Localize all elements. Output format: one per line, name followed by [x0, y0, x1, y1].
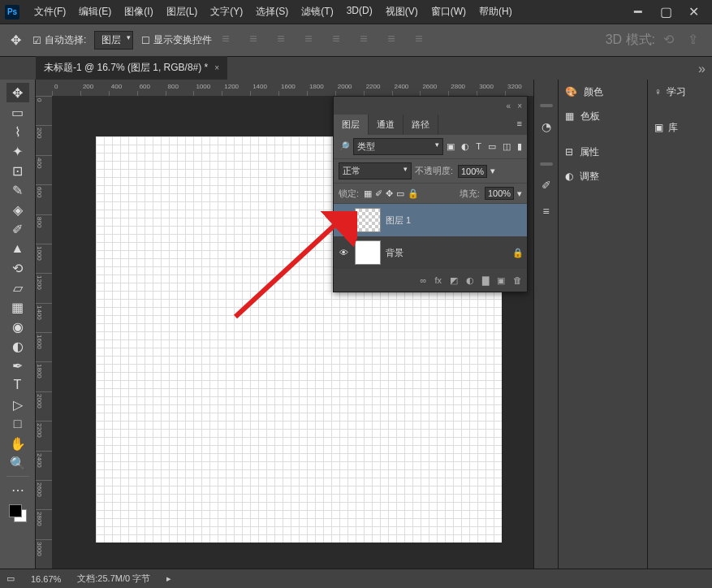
- filter-adjust-icon[interactable]: ◐: [461, 141, 469, 152]
- close-panel-icon[interactable]: ×: [516, 102, 524, 110]
- brush-panel-icon[interactable]: ✐: [542, 179, 551, 192]
- menu-item[interactable]: 窗口(W): [425, 2, 473, 22]
- zoom-tool[interactable]: 🔍: [6, 453, 29, 473]
- menu-item[interactable]: 文字(Y): [204, 2, 249, 22]
- app-logo: Ps: [5, 5, 19, 19]
- fg-color-swatch[interactable]: [9, 504, 22, 517]
- folder-icon[interactable]: ▇: [482, 275, 489, 286]
- auto-select-target-select[interactable]: 图层: [94, 31, 133, 50]
- hand-tool[interactable]: ✋: [6, 434, 29, 453]
- history-brush-tool[interactable]: ⟲: [6, 258, 29, 278]
- chevron-down-icon[interactable]: ▾: [517, 188, 522, 199]
- menu-item[interactable]: 选择(S): [249, 2, 295, 22]
- menu-item[interactable]: 编辑(E): [72, 2, 118, 22]
- palette-icon: 🎨: [565, 86, 577, 97]
- auto-select-checkbox[interactable]: ☑自动选择:: [32, 33, 86, 47]
- lock-all-icon[interactable]: 🔒: [408, 188, 419, 199]
- blend-mode-select[interactable]: 正常: [339, 162, 412, 179]
- lock-label: 锁定:: [339, 188, 359, 200]
- menu-item[interactable]: 帮助(H): [473, 2, 519, 22]
- toolbox: ✥ ▭ ⌇ ✦ ⊡ ✎ ◈ ✐ ▲ ⟲ ▱ ▦ ◉ ◐ ✒ T ▷ □ ✋ 🔍 …: [0, 80, 36, 569]
- fx-icon[interactable]: fx: [434, 275, 442, 285]
- panel-menu-icon[interactable]: ≡: [512, 115, 527, 135]
- circle-half-icon: ◐: [565, 171, 573, 182]
- eyedropper-tool[interactable]: ✎: [6, 180, 29, 200]
- lasso-tool[interactable]: ⌇: [6, 122, 29, 141]
- minimize-button[interactable]: ━: [624, 2, 652, 22]
- menu-item[interactable]: 3D(D): [340, 2, 379, 22]
- layer-row[interactable]: 👁背景🔒: [334, 236, 527, 269]
- layer-thumbnail[interactable]: [355, 240, 381, 265]
- tab-overflow-button[interactable]: »: [692, 58, 712, 80]
- library-panel-button[interactable]: ▣库: [648, 115, 712, 140]
- mask-icon[interactable]: ◩: [450, 275, 458, 286]
- tab-channels[interactable]: 通道: [369, 115, 403, 135]
- lock-brush-icon[interactable]: ✐: [375, 188, 382, 199]
- menu-item[interactable]: 视图(V): [379, 2, 425, 22]
- magic-wand-tool[interactable]: ✦: [6, 141, 29, 161]
- layer-name[interactable]: 图层 1: [386, 214, 411, 227]
- opacity-input[interactable]: 100%: [458, 165, 487, 178]
- menu-item[interactable]: 滤镜(T): [295, 2, 339, 22]
- filter-text-icon[interactable]: T: [476, 141, 481, 152]
- filter-smart-icon[interactable]: ◫: [503, 141, 511, 152]
- filter-shape-icon[interactable]: ▭: [488, 141, 496, 152]
- close-tab-icon[interactable]: ×: [214, 63, 219, 72]
- status-chevron-icon[interactable]: ▸: [166, 573, 171, 584]
- collapse-icon[interactable]: «: [505, 102, 513, 110]
- options-bar: ✥ ☑自动选择: 图层 ☐显示变换控件 ≡ ≡ ≡ ≡ ≡ ≡ ≡ ≡ 3D 模…: [0, 24, 712, 57]
- gradient-tool[interactable]: ▦: [6, 297, 29, 317]
- swatches-panel-button[interactable]: ▦色板: [559, 104, 647, 128]
- brushes-panel-icon[interactable]: ≡: [542, 205, 549, 218]
- marquee-tool[interactable]: ▭: [6, 102, 29, 122]
- crop-tool[interactable]: ⊡: [6, 161, 29, 180]
- lock-pixels-icon[interactable]: ▦: [364, 188, 372, 199]
- learn-panel-button[interactable]: ♀学习: [648, 80, 712, 104]
- pen-tool[interactable]: ✒: [6, 356, 29, 375]
- doc-info[interactable]: 文档:25.7M/0 字节: [77, 573, 150, 585]
- edit-toolbar-button[interactable]: ⋯: [6, 480, 29, 499]
- layer-row[interactable]: 👁图层 1: [334, 204, 527, 236]
- rectangle-tool[interactable]: □: [6, 414, 29, 434]
- blur-tool[interactable]: ◉: [6, 317, 29, 336]
- menu-item[interactable]: 图像(I): [118, 2, 159, 22]
- show-transform-checkbox[interactable]: ☐显示变换控件: [141, 33, 212, 47]
- new-layer-icon[interactable]: ▣: [497, 275, 505, 286]
- adjustments-panel-button[interactable]: ◐调整: [559, 164, 647, 188]
- layer-thumbnail[interactable]: [355, 208, 381, 232]
- path-select-tool[interactable]: ▷: [6, 395, 29, 414]
- maximize-button[interactable]: ▢: [652, 2, 680, 22]
- tab-layers[interactable]: 图层: [334, 115, 369, 135]
- tab-paths[interactable]: 路径: [403, 115, 438, 135]
- visibility-icon[interactable]: 👁: [337, 248, 350, 257]
- filter-type-select[interactable]: 类型: [353, 138, 443, 155]
- menu-item[interactable]: 图层(L): [160, 2, 205, 22]
- clone-stamp-tool[interactable]: ▲: [6, 239, 29, 258]
- fill-input[interactable]: 100%: [485, 187, 514, 200]
- move-tool[interactable]: ✥: [6, 83, 29, 102]
- properties-panel-button[interactable]: ⊟属性: [559, 140, 647, 164]
- adjustment-layer-icon[interactable]: ◐: [466, 275, 474, 286]
- link-layers-icon[interactable]: ∞: [421, 275, 427, 285]
- color-panel-button[interactable]: 🎨颜色: [559, 80, 647, 104]
- layer-name[interactable]: 背景: [386, 247, 403, 259]
- filter-toggle[interactable]: ▮: [517, 141, 522, 152]
- chevron-down-icon[interactable]: ▾: [490, 166, 495, 176]
- dodge-tool[interactable]: ◐: [6, 336, 29, 356]
- zoom-level[interactable]: 16.67%: [31, 574, 61, 584]
- lock-artboard-icon[interactable]: ▭: [396, 188, 404, 199]
- trash-icon[interactable]: 🗑: [513, 275, 522, 285]
- menu-item[interactable]: 文件(F): [28, 2, 72, 22]
- eraser-tool[interactable]: ▱: [6, 278, 29, 297]
- close-button[interactable]: ✕: [680, 2, 707, 22]
- visibility-icon[interactable]: 👁: [337, 215, 350, 225]
- spot-heal-tool[interactable]: ◈: [6, 200, 29, 219]
- type-tool[interactable]: T: [6, 375, 29, 395]
- filter-image-icon[interactable]: ▣: [447, 141, 455, 152]
- document-tab[interactable]: 未标题-1 @ 16.7% (图层 1, RGB/8#) * ×: [36, 56, 227, 80]
- lock-move-icon[interactable]: ✥: [386, 188, 393, 199]
- color-swatch[interactable]: [9, 504, 27, 522]
- brush-tool[interactable]: ✐: [6, 219, 29, 239]
- history-panel-icon[interactable]: ◔: [542, 120, 551, 133]
- panel-header[interactable]: « ×: [334, 97, 527, 115]
